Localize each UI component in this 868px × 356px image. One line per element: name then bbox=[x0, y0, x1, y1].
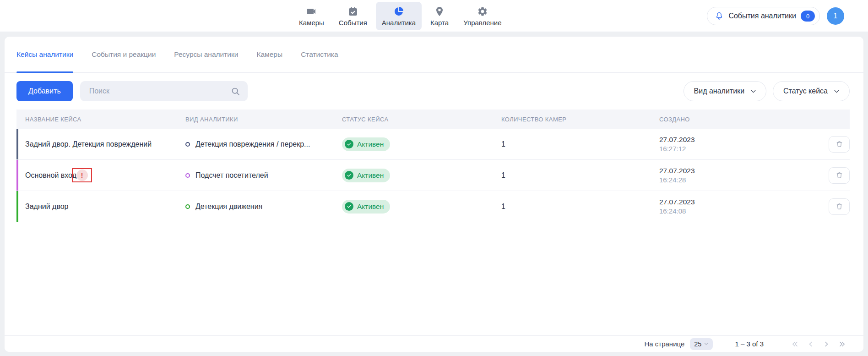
nav-label: Аналитика bbox=[382, 19, 416, 27]
case-name: Основной вход bbox=[25, 171, 76, 180]
nav-label: Камеры bbox=[299, 19, 324, 27]
analytics-type-label: Подсчет посетителей bbox=[195, 171, 268, 180]
next-page-button[interactable] bbox=[821, 339, 831, 349]
check-icon bbox=[345, 140, 353, 148]
cases-table: НАЗВАНИЕ КЕЙСА ВИД АНАЛИТИКИ СТАТУС КЕЙС… bbox=[16, 110, 850, 222]
search-input[interactable] bbox=[89, 87, 231, 95]
analytics-type-label: Детекция повреждения / перекр... bbox=[195, 140, 310, 148]
created-time: 16:27:12 bbox=[659, 144, 827, 153]
analytics-type-filter-label: Вид аналитики bbox=[694, 87, 745, 95]
chevron-right-icon bbox=[822, 340, 830, 348]
analytics-type-filter[interactable]: Вид аналитики bbox=[684, 81, 767, 101]
tab-analytics-resources[interactable]: Ресурсы аналитики bbox=[174, 37, 238, 72]
row-accent-bar bbox=[16, 191, 18, 222]
analytics-type-dot bbox=[185, 204, 190, 209]
top-bar: Камеры События Аналитика Карта Управлени… bbox=[0, 0, 868, 32]
tab-cameras[interactable]: Камеры bbox=[256, 37, 282, 72]
camera-count: 1 bbox=[501, 140, 659, 148]
created-date: 27.07.2023 bbox=[659, 135, 827, 144]
pagination-bar: На странице 25 1 – 3 of 3 bbox=[5, 335, 863, 352]
add-button[interactable]: Добавить bbox=[16, 81, 73, 101]
created-date: 27.07.2023 bbox=[659, 197, 827, 207]
header-camera-count: КОЛИЧЕСТВО КАМЕР bbox=[501, 116, 659, 123]
nav-cameras[interactable]: Камеры bbox=[293, 2, 330, 30]
header-case-status: СТАТУС КЕЙСА bbox=[342, 116, 501, 123]
table-row[interactable]: Основной вход ! Подсчет посетителей Акти… bbox=[16, 160, 850, 191]
map-pin-icon bbox=[434, 6, 445, 17]
nav-label: Управление bbox=[463, 19, 501, 27]
search-box bbox=[80, 81, 248, 101]
case-status-filter-label: Статус кейса bbox=[783, 87, 828, 95]
camera-count: 1 bbox=[501, 203, 659, 211]
delete-button[interactable] bbox=[829, 136, 850, 153]
table-row[interactable]: Задний двор. Детекция повреждений Детекц… bbox=[16, 129, 850, 160]
events-count-badge: 0 bbox=[801, 11, 815, 22]
topbar-right: События аналитики 0 1 bbox=[707, 7, 844, 25]
status-label: Активен bbox=[357, 140, 384, 148]
analytics-tabs: Кейсы аналитики События и реакции Ресурс… bbox=[5, 37, 863, 73]
case-name: Задний двор bbox=[25, 203, 69, 211]
per-page-value: 25 bbox=[694, 340, 701, 348]
prev-page-button[interactable] bbox=[806, 339, 816, 349]
per-page-label: На странице bbox=[644, 340, 684, 348]
nav-map[interactable]: Карта bbox=[424, 2, 455, 30]
table-row[interactable]: Задний двор Детекция движения Активен 1 … bbox=[16, 191, 850, 222]
analytics-type-dot bbox=[185, 173, 190, 178]
case-name: Задний двор. Детекция повреждений bbox=[25, 140, 152, 148]
analytics-events-button[interactable]: События аналитики 0 bbox=[707, 7, 820, 25]
nav-analytics[interactable]: Аналитика bbox=[376, 2, 422, 30]
events-button-label: События аналитики bbox=[728, 12, 796, 20]
page-navigation bbox=[790, 339, 847, 349]
camera-icon bbox=[306, 6, 317, 17]
created-date: 27.07.2023 bbox=[659, 166, 827, 175]
double-chevron-left-icon bbox=[791, 340, 799, 348]
header-analytics-type: ВИД АНАЛИТИКИ bbox=[185, 116, 342, 123]
analytics-type-label: Детекция движения bbox=[195, 203, 262, 211]
case-status-filter[interactable]: Статус кейса bbox=[773, 81, 850, 101]
alert-annotation: ! bbox=[72, 168, 92, 182]
chevron-down-icon bbox=[750, 88, 757, 95]
per-page-select[interactable]: 25 bbox=[690, 338, 713, 350]
toolbar: Добавить Вид аналитики Статус кейса bbox=[5, 73, 863, 101]
chevron-left-icon bbox=[807, 340, 815, 348]
trash-icon bbox=[835, 171, 843, 179]
tab-analytics-cases[interactable]: Кейсы аналитики bbox=[16, 37, 73, 72]
created-time: 16:24:28 bbox=[659, 175, 827, 185]
trash-icon bbox=[835, 203, 843, 210]
check-icon bbox=[345, 202, 353, 211]
gear-icon bbox=[477, 6, 488, 17]
avatar[interactable]: 1 bbox=[827, 7, 844, 25]
delete-button[interactable] bbox=[829, 167, 850, 184]
tab-statistics[interactable]: Статистика bbox=[301, 37, 338, 72]
header-case-name: НАЗВАНИЕ КЕЙСА bbox=[16, 116, 185, 123]
trash-icon bbox=[835, 140, 843, 148]
main-panel: Кейсы аналитики События и реакции Ресурс… bbox=[5, 37, 863, 352]
camera-count: 1 bbox=[501, 171, 659, 180]
last-page-button[interactable] bbox=[837, 339, 847, 349]
tab-events-reactions[interactable]: События и реакции bbox=[92, 37, 156, 72]
status-label: Активен bbox=[357, 171, 384, 180]
search-icon[interactable] bbox=[231, 87, 240, 96]
status-badge: Активен bbox=[342, 169, 390, 182]
status-badge: Активен bbox=[342, 200, 390, 214]
page-range: 1 – 3 of 3 bbox=[735, 340, 764, 348]
exclamation-icon: ! bbox=[76, 170, 88, 181]
main-navigation: Камеры События Аналитика Карта Управлени… bbox=[293, 2, 508, 30]
status-badge: Активен bbox=[342, 137, 390, 151]
analytics-type-dot bbox=[185, 142, 190, 147]
first-page-button[interactable] bbox=[790, 339, 800, 349]
bell-icon bbox=[715, 11, 724, 21]
created-time: 16:24:08 bbox=[659, 207, 827, 216]
calendar-check-icon bbox=[347, 6, 358, 17]
pie-chart-icon bbox=[393, 6, 404, 17]
status-label: Активен bbox=[357, 203, 384, 211]
delete-button[interactable] bbox=[829, 198, 850, 215]
chevron-down-icon bbox=[833, 88, 840, 95]
nav-events[interactable]: События bbox=[333, 2, 373, 30]
nav-label: События bbox=[339, 19, 367, 27]
double-chevron-right-icon bbox=[838, 340, 846, 348]
nav-management[interactable]: Управление bbox=[457, 2, 507, 30]
row-accent-bar bbox=[16, 160, 18, 191]
table-header-row: НАЗВАНИЕ КЕЙСА ВИД АНАЛИТИКИ СТАТУС КЕЙС… bbox=[16, 110, 850, 129]
check-icon bbox=[345, 171, 353, 180]
